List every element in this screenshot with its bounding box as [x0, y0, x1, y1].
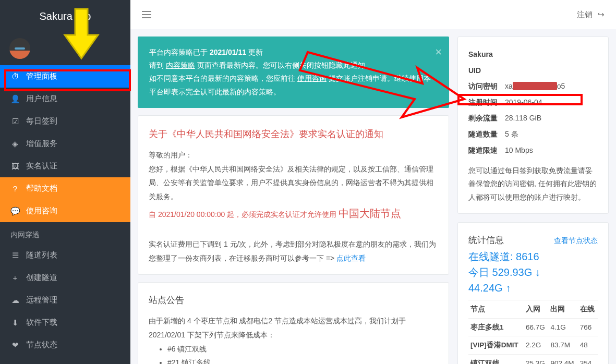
avatar[interactable] [9, 38, 30, 59]
cell-out: 4.1G [548, 318, 577, 336]
key-redacted: xxxxxxxxxxx [513, 82, 557, 90]
heart-icon: ❤ [10, 341, 20, 350]
user-speed-value: 10 Mbps [505, 143, 598, 157]
th-out: 出网 [548, 300, 577, 319]
user-key-value[interactable]: xaxxxxxxxxxxxo5 [505, 79, 598, 93]
user-tunnels-value: 5 条 [505, 127, 598, 141]
nav-support[interactable]: 💬使用咨询 [0, 200, 130, 222]
nav-download[interactable]: ⬇软件下载 [0, 311, 130, 334]
col-main: × 平台内容策略已于 2021/01/11 更新 请到 内容策略 页面查看最新内… [138, 37, 449, 364]
stats-summary: 在线隧道: 8616 今日 529.93G ↓ 44.24G ↑ [468, 249, 598, 296]
alert-line1: 平台内容策略已于 2021/01/11 更新 [149, 46, 438, 59]
nav-label: 用户信息 [26, 94, 57, 104]
nav-label: 隧道列表 [26, 250, 57, 260]
stats-down: 今日 529.93G ↓ [468, 264, 598, 280]
alert-policy: × 平台内容策略已于 2021/01/11 更新 请到 内容策略 页面查看最新内… [138, 37, 449, 108]
download-icon: ⬇ [10, 318, 20, 327]
nav-dashboard[interactable]: ⏱管理面板 [0, 65, 130, 88]
brand-title: Sakura Frp [0, 0, 130, 32]
main: 注销 ↪ × 平台内容策略已于 2021/01/11 更新 请到 内容策略 页面… [130, 0, 616, 364]
nav-node-status[interactable]: ❤节点状态 [0, 334, 130, 356]
notice-p2: 实名认证费用已下调到 1 元/次，此外，考虑到部分对隐私极度在意的朋友的需求，我… [149, 237, 438, 265]
cell-online: 766 [578, 318, 598, 336]
stats-up: 44.24G ↑ [468, 280, 598, 296]
chat-icon: 💬 [10, 207, 20, 216]
alert-text: 如不同意本平台的最新的内容策略，您应前往 [149, 74, 297, 82]
notice-p2-text: 实名认证费用已下调到 1 元/次，此外，考虑到部分对隐私极度在意的朋友的需求，我… [149, 240, 436, 262]
plus-icon: + [10, 273, 20, 282]
th-in: 入网 [524, 300, 549, 319]
nav-label: 实名认证 [26, 161, 57, 171]
alert-text: 更新 [246, 48, 263, 56]
notice-link-vendors[interactable]: 点此查看 [336, 254, 366, 262]
hamburger-icon[interactable] [142, 11, 151, 18]
nav-section-title: 内网穿透 [0, 222, 130, 244]
alert-line2: 请到 内容策略 页面查看最新内容。您可以右侧关闭按钮隐藏此通知。 [149, 59, 438, 72]
announce-p1: 由于新增的 4 个枣庄节点和 成都电信2 节点造成本站运营成本过高，我们计划于 … [149, 314, 438, 342]
nav-checkin[interactable]: ☑每日签到 [0, 110, 130, 132]
nav-user-info[interactable]: 👤用户信息 [0, 88, 130, 110]
user-name-label: Sakura [468, 47, 505, 62]
cloud-icon: ☁ [10, 296, 20, 305]
alert-link-support[interactable]: 使用咨询 [297, 74, 327, 82]
user-key-label: 访问密钥 [468, 79, 505, 93]
topbar: 注销 ↪ [130, 0, 616, 29]
notice-red-pre: 自 2021/01/20 00:00:00 起，必须完成实名认证才允许使用 [149, 210, 339, 219]
table-row: 枣庄多线1 66.7G 4.1G 766 [468, 318, 598, 336]
nav-label: 帮助文档 [26, 184, 57, 193]
notice-body: 尊敬的用户： 您好，根据《中华人民共和国网络安全法》及相关法律的规定，以及按工信… [149, 148, 438, 265]
alert-text: 请到 [149, 61, 166, 69]
user-traffic-value: 28.118 GiB [505, 111, 598, 125]
user-traffic-label: 剩余流量 [468, 111, 505, 125]
cell-out: 902.4M [548, 354, 577, 364]
cell-node: [VIP]香港DMIT [468, 336, 524, 355]
user-reg-label: 注册时间 [468, 95, 505, 110]
content: × 平台内容策略已于 2021/01/11 更新 请到 内容策略 页面查看最新内… [130, 29, 616, 364]
nav-tunnel-create[interactable]: +创建隧道 [0, 266, 130, 289]
th-node: 节点 [468, 300, 524, 319]
notice-red-line: 自 2021/01/20 00:00:00 起，必须完成实名认证才允许使用 中国… [149, 203, 438, 223]
nav-help-docs[interactable]: ?帮助文档 [0, 177, 130, 200]
list-item: #21 镇江多线 [167, 356, 438, 364]
avatar-wrap [0, 32, 130, 65]
nav-primary: ⏱管理面板 👤用户信息 ☑每日签到 ◈增值服务 🖼实名认证 ?帮助文档 💬使用咨… [0, 65, 130, 222]
logout-button[interactable]: 注销 ↪ [577, 10, 605, 20]
nav-tunnel-list[interactable]: ☰隧道列表 [0, 244, 130, 266]
logout-label: 注销 [577, 10, 593, 20]
user-icon: 👤 [10, 94, 20, 104]
alert-link-policy[interactable]: 内容策略 [166, 61, 195, 69]
user-tunnels-label: 隧道数量 [468, 127, 505, 141]
table-row: [VIP]香港DMIT 2.2G 83.7M 48 [468, 336, 598, 355]
dashboard-icon: ⏱ [10, 72, 20, 81]
nav-label: 每日签到 [26, 116, 57, 126]
nav-label: 增值服务 [26, 139, 57, 149]
nav-tunnel: ☰隧道列表 +创建隧道 ☁远程管理 ⬇软件下载 ❤节点状态 [0, 244, 130, 356]
cell-in: 2.2G [524, 336, 549, 355]
nav-remote[interactable]: ☁远程管理 [0, 289, 130, 311]
user-reg-value: 2019-06-04 [505, 95, 598, 110]
notice-greet: 尊敬的用户： [149, 148, 438, 162]
card-announce: 站点公告 由于新增的 4 个枣庄节点和 成都电信2 节点造成本站运营成本过高，我… [138, 282, 449, 364]
stats-link-node-status[interactable]: 查看节点状态 [554, 234, 598, 248]
notice-p1: 您好，根据《中华人民共和国网络安全法》及相关法律的规定，以及按工信部、通信管理局… [149, 162, 438, 204]
notice-red-big: 中国大陆节点 [339, 208, 401, 219]
id-icon: 🖼 [10, 162, 20, 171]
cell-online: 48 [578, 336, 598, 355]
diamond-icon: ◈ [10, 139, 20, 149]
table-row: 镇江双线 25.3G 902.4M 354 [468, 354, 598, 364]
cell-out: 83.7M [548, 336, 577, 355]
nav-label: 软件下载 [26, 318, 57, 327]
nav-realname[interactable]: 🖼实名认证 [0, 155, 130, 177]
key-suffix: o5 [557, 82, 565, 90]
nav-vas[interactable]: ◈增值服务 [0, 132, 130, 155]
notice-title: 关于《中华人民共和国网络安全法》要求实名认证的通知 [149, 125, 438, 143]
alert-text: 页面查看最新内容。您可以右侧关闭按钮隐藏此通知。 [195, 61, 372, 69]
user-desc: 您可以通过每日签到获取免费流量请妥善保管您的访问密钥, 任何拥有此密钥的人都将可… [468, 164, 598, 204]
stats-online: 在线隧道: 8616 [468, 249, 598, 264]
announce-title: 站点公告 [149, 292, 438, 309]
check-icon: ☑ [10, 117, 20, 126]
close-icon[interactable]: × [435, 42, 442, 63]
card-stats: 统计信息 查看节点状态 在线隧道: 8616 今日 529.93G ↓ 44.2… [457, 222, 609, 364]
th-online: 在线 [578, 300, 598, 319]
stats-table: 节点 入网 出网 在线 枣庄多线1 66.7G 4.1G 766 [468, 300, 598, 364]
